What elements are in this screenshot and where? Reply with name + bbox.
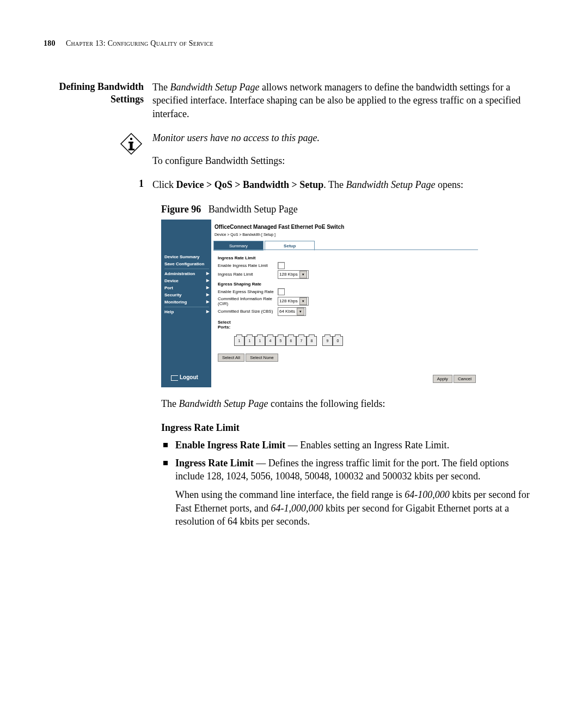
chevron-down-icon: ▾ <box>297 308 304 315</box>
chevron-down-icon: ▾ <box>299 297 307 305</box>
port-2[interactable]: 1 <box>244 336 255 346</box>
sidebar: Device Summary Save Configuration Admini… <box>161 220 211 387</box>
sidebar-item-security[interactable]: Security▶ <box>164 291 209 299</box>
port-6[interactable]: 6 <box>286 336 296 346</box>
ingress-subhead: Ingress Rate Limit <box>161 421 536 434</box>
info-icon <box>119 131 144 156</box>
apply-button[interactable]: Apply <box>433 375 452 383</box>
cir-select[interactable]: 128 Kbps▾ <box>278 297 309 306</box>
chevron-right-icon: ▶ <box>206 271 209 276</box>
ingress-rate-label: Ingress Rate Limit <box>218 272 278 277</box>
section-heading: Defining Bandwidth Settings <box>44 81 144 106</box>
egress-group-label: Egress Shaping Rate <box>218 282 474 287</box>
cir-label: Committed Information Rate (CIR) <box>218 296 278 306</box>
chapter-title: Chapter 13: Configuring Quality of Servi… <box>66 39 213 47</box>
select-none-button[interactable]: Select None <box>246 354 278 362</box>
logout-button[interactable]: Logout <box>171 374 198 380</box>
cli-range-text: When using the command line interface, t… <box>175 488 536 528</box>
section-intro: The Bandwidth Setup Page allows network … <box>152 81 536 120</box>
sidebar-item-administration[interactable]: Administration▶ <box>164 270 209 277</box>
cancel-button[interactable]: Cancel <box>454 375 476 383</box>
chevron-right-icon: ▶ <box>206 309 209 314</box>
chevron-right-icon: ▶ <box>206 293 209 297</box>
figure-caption: Figure 96 Bandwidth Setup Page <box>161 204 536 215</box>
chevron-right-icon: ▶ <box>206 285 209 290</box>
bandwidth-setup-screenshot: 3COM Device Summary Save Configuration A… <box>161 220 480 387</box>
cbs-select[interactable]: 64 Kbits▾ <box>278 307 306 316</box>
step-text: Click Device > QoS > Bandwidth > Setup. … <box>152 178 536 191</box>
port-4[interactable]: 4 <box>265 336 275 346</box>
ingress-rate-select[interactable]: 128 Kbps▾ <box>278 270 309 279</box>
step-number: 1 <box>44 178 152 191</box>
ingress-group-label: Ingress Rate Limit <box>218 255 474 260</box>
port-3[interactable]: 1 <box>255 336 265 346</box>
note-text: Monitor users have no access to this pag… <box>152 131 536 144</box>
select-ports-label: SelectPorts: <box>218 320 474 330</box>
enable-egress-checkbox[interactable] <box>278 288 285 295</box>
svg-rect-3 <box>128 142 133 143</box>
port-9[interactable]: 9 <box>322 336 333 346</box>
bullet-enable-ingress: Enable Ingress Rate Limit — Enables sett… <box>161 439 536 452</box>
sidebar-item-port[interactable]: Port▶ <box>164 284 209 291</box>
svg-point-1 <box>130 138 132 140</box>
chevron-right-icon: ▶ <box>206 278 209 283</box>
cbs-label: Committed Burst Size (CBS) <box>218 309 278 314</box>
breadcrumb: Device > QoS > Bandwidth [ Setup ] <box>215 233 275 236</box>
enable-ingress-label: Enable Ingress Rate Limit <box>218 263 278 268</box>
bullet-ingress-rate: Ingress Rate Limit — Defines the ingress… <box>161 457 536 528</box>
sidebar-item-device[interactable]: Device▶ <box>164 277 209 284</box>
port-8[interactable]: 8 <box>307 336 317 346</box>
page-number: 180 <box>44 39 56 47</box>
port-10[interactable]: 0 <box>333 336 343 346</box>
enable-egress-label: Enable Egress Shaping Rate <box>218 289 278 294</box>
sidebar-item-save-config[interactable]: Save Configuration <box>164 260 209 267</box>
contains-text: The Bandwidth Setup Page contains the fo… <box>161 397 536 410</box>
configure-lead: To configure Bandwidth Settings: <box>152 154 536 167</box>
svg-rect-4 <box>128 149 134 150</box>
port-1[interactable]: 1 <box>234 336 244 346</box>
enable-ingress-checkbox[interactable] <box>278 262 285 269</box>
sidebar-item-help[interactable]: Help▶ <box>164 308 209 315</box>
sidebar-item-monitoring[interactable]: Monitoring▶ <box>164 299 209 306</box>
device-title: OfficeConnect Managed Fast Ethernet PoE … <box>215 224 344 230</box>
chevron-right-icon: ▶ <box>206 300 209 304</box>
select-all-button[interactable]: Select All <box>218 354 244 362</box>
sidebar-item-device-summary[interactable]: Device Summary <box>164 253 209 260</box>
chevron-down-icon: ▾ <box>299 271 307 278</box>
running-header: 180 Chapter 13: Configuring Quality of S… <box>44 39 536 48</box>
port-5[interactable]: 5 <box>275 336 286 346</box>
port-7[interactable]: 7 <box>296 336 307 346</box>
